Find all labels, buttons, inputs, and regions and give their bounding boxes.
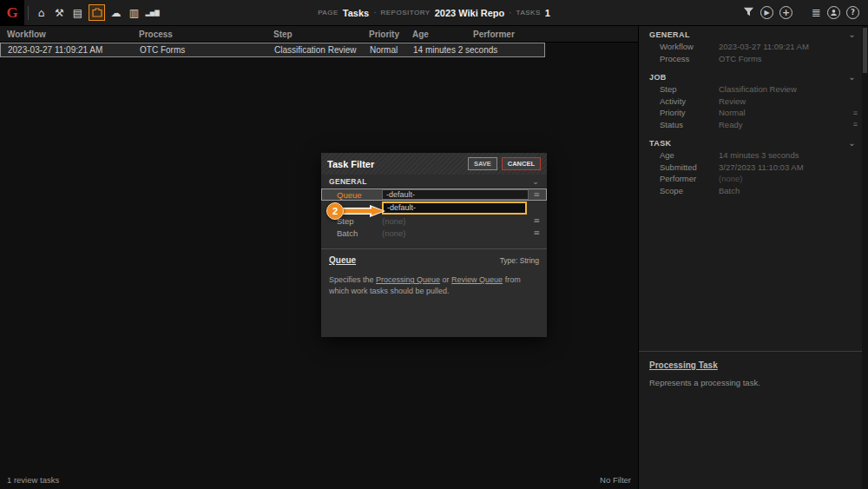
property-help-pane: Queue Type: String Specifies the Process… [321,248,547,303]
batch-label: Batch [337,228,382,238]
save-button[interactable]: SAVE [468,157,497,170]
help-text-part: Specifies the [329,275,376,284]
prop-label: Age [660,150,719,160]
prop-value: 2023-03-27 11:09:21 AM [719,42,809,51]
page-label: PAGE [318,9,339,17]
column-header-performer[interactable]: Performer [473,30,545,39]
cell-step: Classification Review [274,43,370,56]
column-header-priority[interactable]: Priority [369,30,412,39]
menu-icon[interactable]: ≡ [853,120,858,129]
layers-icon[interactable]: ≣ [812,7,821,18]
prop-value: Ready [719,120,742,129]
batch-value[interactable]: (none) [382,228,405,238]
top-bar: G ⌂ ⚒ ▤ ☁ ▥ ▂▅▇ PAGE Tasks · REPOSITORY … [0,0,868,26]
repository-label: REPOSITORY [380,9,430,17]
review-task-count: 1 review tasks [7,475,59,485]
cloud-icon[interactable]: ☁ [108,5,123,20]
review-queue-link[interactable]: Review Queue [451,275,503,284]
dialog-titlebar[interactable]: Task Filter SAVE CANCEL [321,153,547,175]
cancel-button[interactable]: CANCEL [502,157,541,170]
column-header-process[interactable]: Process [139,30,273,39]
help-text-part: or [440,275,451,284]
user-icon[interactable] [827,6,840,19]
prop-row-age[interactable]: Age 14 minutes 3 seconds [639,149,868,162]
tasks-count[interactable]: 1 [545,8,550,18]
section-title: JOB [649,73,667,82]
tasks-briefcase-icon[interactable] [89,4,105,21]
filter-funnel-icon[interactable] [743,6,754,19]
breadcrumb: PAGE Tasks · REPOSITORY 2023 Wiki Repo ·… [318,8,550,18]
column-header-step[interactable]: Step [273,30,369,39]
repository-value[interactable]: 2023 Wiki Repo [435,8,505,18]
menu-icon[interactable]: ≡ [533,228,540,237]
prop-row-scope[interactable]: Scope Batch [639,185,868,197]
queue-field-row[interactable]: Queue -default- ≡ [321,188,547,201]
prop-row-status[interactable]: Status Ready ≡ [639,119,868,131]
folder-icon[interactable]: ▥ [127,5,141,20]
prop-row-performer[interactable]: Performer (none) [639,173,868,185]
batch-field-row[interactable]: Batch (none) ≡ [321,227,547,239]
page-value[interactable]: Tasks [343,8,369,18]
question-glyph: ? [851,10,855,17]
prop-row-submitted[interactable]: Submitted 3/27/2023 11:10:03 AM [639,162,868,174]
play-icon[interactable]: ▶ [760,6,773,19]
status-bar: 1 review tasks No Filter [0,470,638,489]
prop-row-workflow[interactable]: Workflow 2023-03-27 11:09:21 AM [639,41,868,53]
vertical-scrollbar[interactable] [862,26,868,489]
add-icon[interactable]: + [779,6,792,19]
archive-icon[interactable]: ▤ [70,5,85,20]
help-title[interactable]: Processing Task [649,360,858,370]
briefcase-glyph [92,8,102,17]
cell-workflow: 2023-03-27 11:09:21 AM [8,43,140,56]
chevron-down-icon: ⌄ [848,72,856,82]
play-glyph: ▶ [765,10,770,17]
tasks-label: TASKS [516,9,541,17]
general-section-header[interactable]: GENERAL ⌄ [321,175,547,188]
chart-icon[interactable]: ▂▅▇ [145,5,160,20]
queue-value: -default- [386,190,415,199]
prop-label: Status [660,120,719,129]
prop-value: Batch [719,186,740,195]
annotation-arrow [342,204,387,218]
annotation-step-2-badge: 2 [326,202,344,220]
section-job[interactable]: JOB ⌄ [639,69,868,83]
home-icon[interactable]: ⌂ [34,5,49,20]
help-icon[interactable]: ? [846,6,859,19]
menu-icon[interactable]: ≡ [853,109,858,117]
section-title: TASK [649,139,671,148]
filter-status[interactable]: No Filter [600,475,631,485]
general-section-title: GENERAL [329,177,367,186]
section-task[interactable]: TASK ⌄ [639,135,868,149]
prop-row-activity[interactable]: Activity Review [639,96,868,108]
scrollbar-thumb[interactable] [863,28,867,73]
app-logo[interactable]: G [0,0,24,26]
column-header-workflow[interactable]: Workflow [7,30,139,39]
column-header-age[interactable]: Age [412,30,473,39]
menu-icon[interactable]: ≡ [533,216,540,225]
prop-label: Step [660,84,719,94]
menu-icon[interactable]: ≡ [533,190,540,199]
dialog-title: Task Filter [327,159,374,169]
help-text: Specifies the Processing Queue or Review… [329,274,539,297]
prop-row-priority[interactable]: Priority Normal ≡ [639,107,868,119]
processing-queue-link[interactable]: Processing Queue [376,275,440,284]
plus-glyph: + [782,8,790,17]
prop-value: OTC Forms [719,54,762,63]
prop-row-process[interactable]: Process OTC Forms [639,53,868,65]
prop-label: Scope [660,186,719,195]
dropdown-option-default[interactable]: -default- [382,202,527,215]
prop-label: Activity [660,96,719,106]
help-type: Type: String [500,256,539,265]
prop-row-step[interactable]: Step Classification Review [639,83,868,96]
prop-value: Review [719,96,746,106]
section-title: GENERAL [649,30,690,39]
prop-label: Process [660,54,719,63]
cell-performer [474,43,545,56]
section-general[interactable]: GENERAL ⌄ [639,26,868,41]
queue-combobox[interactable]: -default- [382,189,529,200]
logo-g: G [6,4,17,22]
tools-icon[interactable]: ⚒ [52,5,67,20]
prop-label: Performer [660,174,719,183]
prop-value: (none) [719,174,742,183]
task-row-selected[interactable]: 2023-03-27 11:09:21 AM OTC Forms Classif… [0,43,545,57]
